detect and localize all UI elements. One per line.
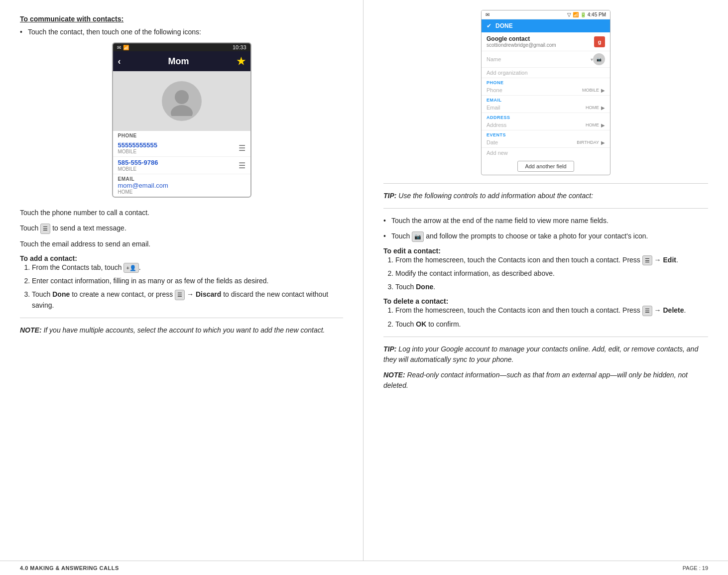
- note-label: NOTE:: [20, 326, 42, 334]
- android-address-field[interactable]: Address HOME ▶: [482, 120, 610, 130]
- add-contact-icon: +👤: [123, 263, 138, 273]
- avatar: [162, 81, 202, 121]
- android-add-org[interactable]: Add organization: [482, 68, 610, 78]
- edit-contact-steps: From the homescreen, touch the Contacts …: [383, 255, 708, 293]
- divider-right-2: [383, 208, 708, 209]
- main-content: To communicate with contacts: Touch the …: [0, 0, 728, 561]
- android-account-info: Google contact scottiondrewbridge@gmail.…: [486, 35, 556, 48]
- android-status-bar: ✉ ▽ 📶 🔋 4:45 PM: [482, 10, 610, 19]
- svg-point-0: [175, 90, 189, 104]
- phone-status-icons: ✉ 📶: [117, 45, 129, 50]
- tip1-label: TIP:: [383, 192, 396, 200]
- footer-right: PAGE : 19: [683, 565, 708, 571]
- android-toolbar: ✔ DONE: [482, 19, 610, 32]
- contact-name: Mom: [168, 56, 189, 67]
- android-status-right: ▽ 📶 🔋 4:45 PM: [567, 12, 606, 17]
- phone-type-arrow[interactable]: ▶: [601, 88, 605, 93]
- add-field-button[interactable]: Add another field: [517, 161, 574, 172]
- phone-avatar-area: [113, 71, 250, 131]
- add-step-3: Touch Done to create a new contact, or p…: [32, 289, 343, 311]
- svg-point-1: [171, 105, 193, 116]
- note-1: NOTE: If you have multiple accounts, sel…: [20, 325, 343, 336]
- menu-icon-delete: ☰: [642, 306, 652, 316]
- communicate-bullet1: Touch the contact, then touch one of the…: [20, 27, 343, 37]
- delete-contact-steps: From the homescreen, touch the Contacts …: [383, 305, 708, 330]
- sms-inline-icon: ☰: [40, 224, 50, 234]
- add-step-2: Enter contact information, filling in as…: [32, 276, 343, 286]
- add-contact-heading: To add a contact:: [20, 254, 343, 262]
- edit-step-3: Touch Done.: [395, 282, 708, 292]
- delete-contact-heading: To delete a contact:: [383, 297, 708, 305]
- android-address-section-label: ADDRESS: [482, 113, 610, 120]
- phone-row-1[interactable]: 55555555555 MOBILE ☰: [113, 139, 250, 157]
- phone-row-2-info: 585-555-9786 MOBILE: [118, 159, 158, 172]
- android-mockup: ✉ ▽ 📶 🔋 4:45 PM ✔ DONE Google contact: [481, 10, 610, 175]
- android-email-section-label: EMAIL: [482, 96, 610, 103]
- phone-time: 10:33: [233, 44, 246, 50]
- note2-label: NOTE:: [383, 371, 405, 379]
- menu-icon-inline: ☰: [175, 290, 185, 300]
- android-msg-icon: ✉: [485, 12, 489, 17]
- communicate-heading: To communicate with contacts:: [20, 15, 343, 23]
- date-type-arrow[interactable]: ▶: [601, 140, 605, 145]
- android-account-row: Google contact scottiondrewbridge@gmail.…: [482, 32, 610, 51]
- android-add-field-btn-container: Add another field: [482, 158, 610, 175]
- page-container: To communicate with contacts: Touch the …: [0, 0, 728, 575]
- divider-right-3: [383, 337, 708, 337]
- checkmark-icon: ✔: [486, 22, 491, 29]
- para-call: Touch the phone number to call a contact…: [20, 208, 343, 218]
- sms-icon-2[interactable]: ☰: [239, 161, 245, 170]
- phone-row-1-info: 55555555555 MOBILE: [118, 141, 158, 154]
- add-contact-steps: From the Contacts tab, touch +👤. Enter c…: [20, 262, 343, 311]
- android-email-field[interactable]: Email HOME ▶: [482, 103, 610, 113]
- email-type-arrow[interactable]: ▶: [601, 105, 605, 111]
- android-phone-field[interactable]: Phone MOBILE ▶: [482, 85, 610, 96]
- right-bullet-1: Touch the arrow at the end of the name f…: [383, 216, 708, 226]
- message-icon: ✉: [117, 45, 121, 50]
- android-wifi-icon: 📶: [573, 12, 579, 17]
- edit-step-1: From the homescreen, touch the Contacts …: [395, 255, 708, 266]
- note-2: NOTE: Read-only contact information—such…: [383, 370, 708, 391]
- photo-thumb[interactable]: 📷: [593, 53, 605, 65]
- android-battery-icon: 🔋: [580, 12, 586, 17]
- android-events-section-label: EVENTS: [482, 130, 610, 137]
- delete-step-1: From the homescreen, touch the Contacts …: [395, 305, 708, 316]
- done-button[interactable]: DONE: [495, 22, 513, 29]
- favorite-star-icon[interactable]: ★: [237, 55, 245, 67]
- phone-contact-header: ‹ Mom ★: [113, 51, 250, 71]
- edit-contact-heading: To edit a contact:: [383, 247, 708, 255]
- signal-icon: 📶: [123, 45, 129, 50]
- photo-inline-icon: 📷: [412, 231, 424, 242]
- android-add-new[interactable]: Add new: [482, 148, 610, 158]
- para-email: Touch the email address to send an email…: [20, 239, 343, 249]
- tip2-label: TIP:: [383, 345, 396, 353]
- divider-1: [20, 318, 343, 318]
- divider-right-1: [383, 183, 708, 184]
- edit-step-2: Modify the contact information, as descr…: [395, 268, 708, 279]
- phone-status-bar: ✉ 📶 10:33: [113, 43, 250, 51]
- left-column: To communicate with contacts: Touch the …: [0, 0, 364, 561]
- phone-row-2[interactable]: 585-555-9786 MOBILE ☰: [113, 157, 250, 174]
- address-type-arrow[interactable]: ▶: [601, 122, 605, 128]
- footer-left: 4.0 MAKING & ANSWERING CALLS: [20, 565, 119, 571]
- back-arrow[interactable]: ‹: [118, 56, 121, 67]
- page-footer: 4.0 MAKING & ANSWERING CALLS PAGE : 19: [0, 561, 728, 575]
- right-bullet-2: Touch 📷 and follow the prompts to choose…: [383, 231, 708, 242]
- tip-2: TIP: Log into your Google account to man…: [383, 344, 708, 365]
- menu-icon-edit: ☰: [642, 255, 652, 266]
- phone-mockup: ✉ 📶 10:33 ‹ Mom ★: [112, 42, 251, 198]
- android-phone-section-label: PHONE: [482, 78, 610, 85]
- phone-section-phone-label: PHONE: [113, 131, 250, 139]
- add-step-1: From the Contacts tab, touch +👤.: [32, 262, 343, 273]
- right-column: ✉ ▽ 📶 🔋 4:45 PM ✔ DONE Google contact: [364, 0, 728, 561]
- android-status-left: ✉: [485, 12, 489, 17]
- android-date-field[interactable]: Date BIRTHDAY ▶: [482, 137, 610, 148]
- android-time: 4:45 PM: [588, 12, 606, 17]
- phone-email-section: EMAIL mom@email.com HOME: [113, 174, 250, 197]
- android-signal-icon: ▽: [567, 12, 571, 17]
- google-icon: g: [594, 36, 605, 47]
- android-name-row: Name ▾ 📷: [482, 51, 610, 68]
- tip-1: TIP: Use the following controls to add i…: [383, 191, 708, 201]
- sms-icon-1[interactable]: ☰: [239, 143, 245, 153]
- delete-step-2: Touch OK to confirm.: [395, 319, 708, 330]
